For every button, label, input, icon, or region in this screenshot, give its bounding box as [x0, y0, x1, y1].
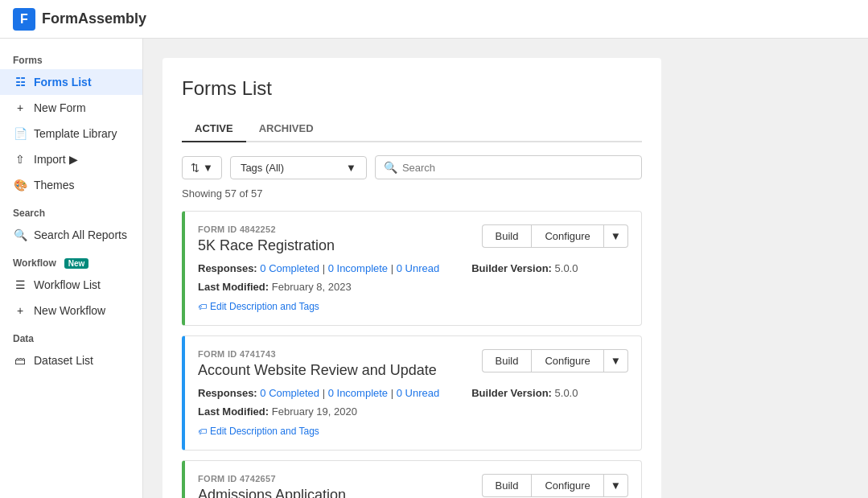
sidebar-item-new-workflow[interactable]: + New Workflow [0, 298, 142, 323]
logo-letter: F [20, 12, 28, 27]
builder-version-meta: Builder Version: 5.0.0 [471, 387, 578, 399]
search-icon: 🔍 [384, 161, 397, 174]
sort-icon: ⇅ [191, 162, 200, 174]
showing-text: Showing 57 of 57 [182, 187, 642, 200]
sidebar-item-label: Workflow List [34, 278, 101, 291]
sidebar-item-dataset-list[interactable]: 🗃 Dataset List [0, 348, 142, 373]
chevron-down-icon: ▼ [611, 479, 621, 492]
form-card: FORM ID 4842252 5K Race Registration Bui… [182, 211, 642, 326]
sidebar: Forms ☷ Forms List + New Form 📄 Template… [0, 39, 143, 498]
form-actions: Build Configure ▼ [482, 474, 629, 497]
configure-button[interactable]: Configure [531, 474, 603, 497]
build-button[interactable]: Build [482, 224, 532, 248]
form-card: FORM ID 4741743 Account Website Review a… [182, 335, 642, 451]
tabs: ACTIVE ARCHIVED [182, 116, 642, 142]
form-info: FORM ID 4741743 Account Website Review a… [198, 349, 437, 387]
form-info: FORM ID 4742657 Admissions Application [198, 474, 346, 498]
chevron-down-icon: ▼ [203, 162, 213, 174]
form-id-label: FORM ID 4742657 [198, 474, 346, 484]
form-title: Admissions Application [198, 487, 346, 498]
form-meta-2: Last Modified: February 19, 2020 [198, 405, 628, 418]
logo-icon: F [13, 8, 35, 31]
incomplete-link[interactable]: 0 Incomplete [328, 387, 388, 399]
form-actions: Build Configure ▼ [482, 224, 629, 248]
sidebar-item-label: Template Library [34, 127, 117, 140]
dropdown-button[interactable]: ▼ [604, 474, 628, 497]
sidebar-item-label: New Workflow [34, 304, 105, 317]
main-layout: Forms ☷ Forms List + New Form 📄 Template… [0, 39, 868, 498]
build-button[interactable]: Build [482, 474, 532, 497]
grid-icon: ☷ [13, 76, 27, 88]
tag-icon: 🏷 [198, 426, 207, 436]
dropdown-button[interactable]: ▼ [604, 224, 628, 248]
form-card-header: FORM ID 4741743 Account Website Review a… [198, 349, 628, 387]
sidebar-item-search-all-reports[interactable]: 🔍 Search All Reports [0, 222, 142, 248]
form-card: FORM ID 4742657 Admissions Application B… [182, 460, 642, 498]
page-title: Forms List [182, 77, 642, 100]
responses-meta: Responses: 0 Completed | 0 Incomplete | … [198, 387, 439, 399]
responses-meta: Responses: 0 Completed | 0 Incomplete | … [198, 262, 439, 274]
form-info: FORM ID 4842252 5K Race Registration [198, 224, 335, 262]
form-id-label: FORM ID 4741743 [198, 349, 437, 359]
logo-area: F FormAssembly [13, 8, 146, 31]
tags-label: Tags (All) [241, 162, 284, 174]
tab-archived[interactable]: ARCHIVED [246, 116, 327, 142]
chevron-down-icon: ▼ [611, 230, 621, 242]
search-input[interactable] [402, 162, 633, 174]
workflow-section-label: Workflow New [0, 248, 142, 272]
last-modified-meta: Last Modified: February 8, 2023 [198, 281, 352, 293]
search-icon: 🔍 [13, 228, 27, 241]
incomplete-link[interactable]: 0 Incomplete [328, 262, 388, 274]
forms-section-label: Forms [0, 45, 142, 69]
sidebar-item-label: Themes [34, 179, 75, 191]
last-modified-meta: Last Modified: February 19, 2020 [198, 405, 357, 418]
builder-version-meta: Builder Version: 5.0.0 [471, 262, 578, 274]
form-card-header: FORM ID 4842252 5K Race Registration Bui… [198, 224, 628, 262]
sidebar-item-import[interactable]: ⇧ Import ▶ [0, 146, 142, 172]
search-input-wrap: 🔍 [375, 155, 642, 179]
plus-icon: + [13, 101, 27, 114]
sidebar-item-label: New Form [34, 101, 86, 114]
sidebar-item-workflow-list[interactable]: ☰ Workflow List [0, 272, 142, 298]
upload-icon: ⇧ [13, 153, 27, 166]
database-icon: 🗃 [13, 354, 27, 367]
edit-tags-link[interactable]: 🏷 Edit Description and Tags [198, 426, 319, 437]
dropdown-button[interactable]: ▼ [604, 349, 628, 372]
form-title: Account Website Review and Update [198, 362, 437, 379]
sidebar-item-label: Dataset List [34, 354, 93, 367]
configure-button[interactable]: Configure [531, 349, 603, 372]
content-card: Forms List ACTIVE ARCHIVED ⇅ ▼ Tags (All… [162, 58, 661, 498]
sidebar-item-forms-list[interactable]: ☷ Forms List [0, 69, 142, 95]
top-nav: F FormAssembly [0, 0, 868, 39]
workflow-new-badge: New [64, 258, 89, 269]
sidebar-item-template-library[interactable]: 📄 Template Library [0, 121, 142, 146]
content-area: Forms List ACTIVE ARCHIVED ⇅ ▼ Tags (All… [143, 39, 868, 498]
filter-row: ⇅ ▼ Tags (All) ▼ 🔍 [182, 155, 642, 179]
tags-dropdown[interactable]: Tags (All) ▼ [230, 156, 367, 179]
list-icon: ☰ [13, 278, 27, 291]
form-title: 5K Race Registration [198, 237, 335, 254]
completed-link[interactable]: 0 Completed [260, 262, 319, 274]
sort-button[interactable]: ⇅ ▼ [182, 156, 222, 179]
sidebar-item-themes[interactable]: 🎨 Themes [0, 172, 142, 198]
file-icon: 📄 [13, 127, 27, 140]
data-section-label: Data [0, 323, 142, 348]
form-id-label: FORM ID 4842252 [198, 224, 335, 234]
unread-link[interactable]: 0 Unread [397, 262, 439, 274]
tag-icon: 🏷 [198, 302, 207, 311]
build-button[interactable]: Build [482, 349, 532, 372]
tab-active[interactable]: ACTIVE [182, 116, 246, 142]
sidebar-item-label: Import ▶ [34, 153, 78, 166]
completed-link[interactable]: 0 Completed [260, 387, 319, 399]
chevron-down-icon: ▼ [346, 162, 356, 174]
sidebar-item-new-form[interactable]: + New Form [0, 95, 142, 121]
configure-button[interactable]: Configure [531, 224, 603, 248]
search-section-label: Search [0, 198, 142, 222]
form-meta: Responses: 0 Completed | 0 Incomplete | … [198, 387, 628, 399]
plus-icon: + [13, 304, 27, 317]
form-meta-2: Last Modified: February 8, 2023 [198, 281, 628, 293]
unread-link[interactable]: 0 Unread [397, 387, 439, 399]
form-card-header: FORM ID 4742657 Admissions Application B… [198, 474, 628, 498]
edit-tags-link[interactable]: 🏷 Edit Description and Tags [198, 301, 319, 312]
sidebar-item-label: Forms List [34, 76, 92, 88]
